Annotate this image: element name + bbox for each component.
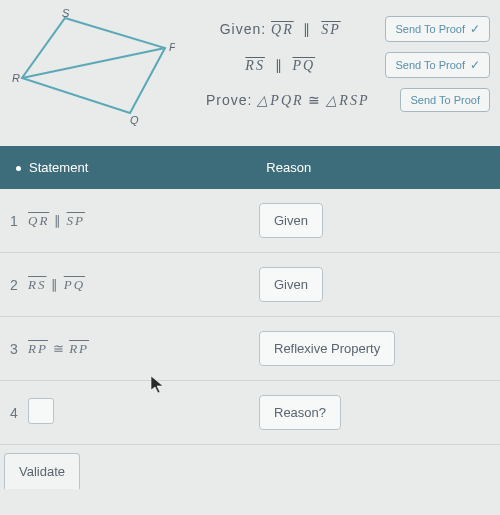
reason-button-2[interactable]: Given [259, 267, 323, 302]
prove-text: Prove: △PQR ≅ △RSP [185, 92, 390, 109]
stmt-2: RS ∥ PQ [28, 277, 259, 293]
vertex-r: R [12, 72, 20, 84]
table-row: 4 Reason? [0, 381, 500, 445]
parallelogram-diagram: S P R Q [10, 8, 175, 128]
stmt-3: RP ≅ RP [28, 341, 259, 357]
vertex-q: Q [130, 114, 139, 126]
given-1-text: Given: QR ∥ SP [185, 21, 375, 38]
table-row: 3 RP ≅ RP Reflexive Property [0, 317, 500, 381]
prove-row: Prove: △PQR ≅ △RSP Send To Proof [185, 88, 490, 112]
reason-button-4[interactable]: Reason? [259, 395, 341, 430]
send-to-proof-button-3[interactable]: Send To Proof [400, 88, 490, 112]
vertex-s: S [62, 8, 70, 19]
given-row-2: RS ∥ PQ Send To Proof ✓ [185, 52, 490, 78]
send-to-proof-button-1[interactable]: Send To Proof ✓ [385, 16, 490, 42]
table-row: 1 QR ∥ SP Given [0, 189, 500, 253]
vertex-p: P [169, 41, 175, 53]
proof-table-header: Statement Reason [0, 146, 500, 189]
empty-statement-box [28, 398, 54, 424]
svg-line-1 [22, 48, 165, 78]
validate-button[interactable]: Validate [4, 453, 80, 489]
table-row: 2 RS ∥ PQ Given [0, 253, 500, 317]
reason-button-1[interactable]: Given [259, 203, 323, 238]
check-icon: ✓ [470, 58, 480, 72]
check-icon: ✓ [470, 22, 480, 36]
stmt-1: QR ∥ SP [28, 213, 259, 229]
given-2-text: RS ∥ PQ [185, 57, 375, 74]
header-reason: Reason [266, 160, 311, 175]
stmt-4[interactable] [28, 398, 259, 427]
reason-button-3[interactable]: Reflexive Property [259, 331, 395, 366]
send-to-proof-button-2[interactable]: Send To Proof ✓ [385, 52, 490, 78]
svg-marker-0 [22, 18, 165, 113]
given-row-1: Given: QR ∥ SP Send To Proof ✓ [185, 16, 490, 42]
header-statement: Statement [29, 160, 88, 175]
